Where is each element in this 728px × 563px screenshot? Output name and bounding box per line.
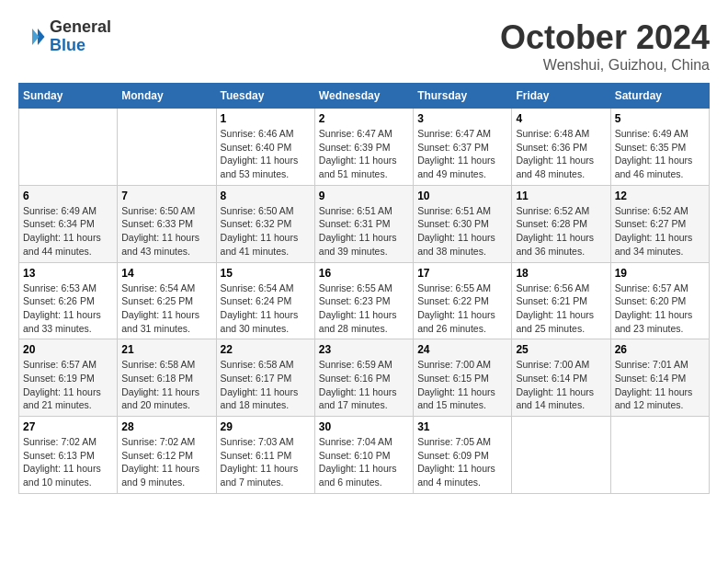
day-detail: Sunrise: 6:49 AM Sunset: 6:34 PM Dayligh…	[23, 204, 113, 259]
calendar-cell: 7Sunrise: 6:50 AM Sunset: 6:33 PM Daylig…	[118, 185, 216, 262]
day-detail: Sunrise: 7:04 AM Sunset: 6:10 PM Dayligh…	[319, 435, 409, 489]
calendar-week-row: 20Sunrise: 6:57 AM Sunset: 6:19 PM Dayli…	[19, 339, 710, 417]
day-number: 3	[417, 112, 507, 125]
day-number: 1	[221, 112, 311, 125]
day-detail: Sunrise: 6:58 AM Sunset: 6:17 PM Dayligh…	[221, 358, 311, 412]
day-detail: Sunrise: 7:05 AM Sunset: 6:09 PM Dayligh…	[417, 435, 507, 489]
calendar-cell: 16Sunrise: 6:55 AM Sunset: 6:23 PM Dayli…	[314, 262, 413, 339]
day-detail: Sunrise: 6:51 AM Sunset: 6:30 PM Dayligh…	[417, 204, 507, 259]
title-block: October 2024 Wenshui, Guizhou, China	[500, 18, 710, 74]
calendar-cell: 1Sunrise: 6:46 AM Sunset: 6:40 PM Daylig…	[216, 109, 314, 186]
calendar-cell: 14Sunrise: 6:54 AM Sunset: 6:25 PM Dayli…	[118, 262, 216, 339]
calendar-body: 1Sunrise: 6:46 AM Sunset: 6:40 PM Daylig…	[19, 109, 710, 494]
day-detail: Sunrise: 6:55 AM Sunset: 6:22 PM Dayligh…	[417, 282, 507, 336]
calendar-cell: 28Sunrise: 7:02 AM Sunset: 6:12 PM Dayli…	[118, 417, 216, 494]
calendar-cell: 27Sunrise: 7:02 AM Sunset: 6:13 PM Dayli…	[19, 417, 118, 494]
day-number: 14	[121, 267, 211, 280]
day-number: 21	[121, 343, 211, 356]
calendar-cell	[512, 417, 610, 494]
day-detail: Sunrise: 6:46 AM Sunset: 6:40 PM Dayligh…	[221, 127, 311, 181]
day-detail: Sunrise: 6:55 AM Sunset: 6:23 PM Dayligh…	[319, 282, 409, 336]
day-number: 23	[319, 343, 409, 356]
day-detail: Sunrise: 7:00 AM Sunset: 6:14 PM Dayligh…	[516, 358, 606, 412]
calendar-cell: 2Sunrise: 6:47 AM Sunset: 6:39 PM Daylig…	[314, 109, 413, 186]
logo-general-text: General	[50, 18, 111, 37]
day-detail: Sunrise: 7:02 AM Sunset: 6:12 PM Dayligh…	[121, 435, 211, 489]
day-number: 25	[516, 343, 606, 356]
day-detail: Sunrise: 6:57 AM Sunset: 6:19 PM Dayligh…	[23, 358, 113, 412]
calendar-week-row: 27Sunrise: 7:02 AM Sunset: 6:13 PM Dayli…	[19, 417, 710, 494]
day-detail: Sunrise: 6:56 AM Sunset: 6:21 PM Dayligh…	[516, 282, 606, 336]
calendar-cell: 30Sunrise: 7:04 AM Sunset: 6:10 PM Dayli…	[314, 417, 413, 494]
day-number: 26	[615, 343, 705, 356]
calendar-cell	[610, 417, 709, 494]
calendar-cell: 13Sunrise: 6:53 AM Sunset: 6:26 PM Dayli…	[19, 262, 118, 339]
day-number: 27	[23, 420, 113, 433]
weekday-header: Wednesday	[314, 84, 413, 109]
calendar-cell: 8Sunrise: 6:50 AM Sunset: 6:32 PM Daylig…	[216, 185, 314, 262]
day-detail: Sunrise: 7:03 AM Sunset: 6:11 PM Dayligh…	[221, 435, 311, 489]
day-detail: Sunrise: 6:47 AM Sunset: 6:39 PM Dayligh…	[319, 127, 409, 181]
day-detail: Sunrise: 7:00 AM Sunset: 6:15 PM Dayligh…	[417, 358, 507, 412]
calendar-cell: 9Sunrise: 6:51 AM Sunset: 6:31 PM Daylig…	[314, 185, 413, 262]
weekday-header: Monday	[118, 84, 216, 109]
calendar-cell: 12Sunrise: 6:52 AM Sunset: 6:27 PM Dayli…	[610, 185, 709, 262]
day-number: 4	[516, 112, 606, 125]
day-number: 30	[319, 420, 409, 433]
weekday-header: Friday	[512, 84, 610, 109]
day-number: 17	[417, 267, 507, 280]
calendar-cell: 4Sunrise: 6:48 AM Sunset: 6:36 PM Daylig…	[512, 109, 610, 186]
calendar-cell: 24Sunrise: 7:00 AM Sunset: 6:15 PM Dayli…	[414, 339, 512, 417]
calendar-cell: 10Sunrise: 6:51 AM Sunset: 6:30 PM Dayli…	[414, 185, 512, 262]
page-header: General Blue October 2024 Wenshui, Guizh…	[18, 18, 710, 74]
calendar-cell: 18Sunrise: 6:56 AM Sunset: 6:21 PM Dayli…	[512, 262, 610, 339]
calendar-cell: 15Sunrise: 6:54 AM Sunset: 6:24 PM Dayli…	[216, 262, 314, 339]
day-detail: Sunrise: 7:02 AM Sunset: 6:13 PM Dayligh…	[23, 435, 113, 489]
logo-blue-text: Blue	[50, 37, 111, 55]
day-number: 12	[615, 190, 705, 202]
calendar-cell	[19, 109, 118, 186]
day-detail: Sunrise: 6:54 AM Sunset: 6:24 PM Dayligh…	[221, 282, 311, 336]
day-detail: Sunrise: 6:49 AM Sunset: 6:35 PM Dayligh…	[615, 127, 705, 181]
day-detail: Sunrise: 6:57 AM Sunset: 6:20 PM Dayligh…	[615, 282, 705, 336]
day-number: 6	[23, 190, 113, 202]
day-number: 8	[221, 190, 311, 202]
day-number: 5	[615, 112, 705, 125]
day-detail: Sunrise: 6:50 AM Sunset: 6:33 PM Dayligh…	[121, 204, 211, 259]
calendar-cell: 19Sunrise: 6:57 AM Sunset: 6:20 PM Dayli…	[610, 262, 709, 339]
day-number: 16	[319, 267, 409, 280]
day-detail: Sunrise: 6:52 AM Sunset: 6:27 PM Dayligh…	[615, 204, 705, 259]
day-detail: Sunrise: 6:52 AM Sunset: 6:28 PM Dayligh…	[516, 204, 606, 259]
calendar-cell: 6Sunrise: 6:49 AM Sunset: 6:34 PM Daylig…	[19, 185, 118, 262]
calendar-table: SundayMondayTuesdayWednesdayThursdayFrid…	[18, 83, 710, 494]
day-number: 29	[221, 420, 311, 433]
day-number: 10	[417, 190, 507, 202]
calendar-cell: 25Sunrise: 7:00 AM Sunset: 6:14 PM Dayli…	[512, 339, 610, 417]
calendar-cell: 20Sunrise: 6:57 AM Sunset: 6:19 PM Dayli…	[19, 339, 118, 417]
day-detail: Sunrise: 6:51 AM Sunset: 6:31 PM Dayligh…	[319, 204, 409, 259]
calendar-cell: 22Sunrise: 6:58 AM Sunset: 6:17 PM Dayli…	[216, 339, 314, 417]
day-number: 9	[319, 190, 409, 202]
calendar-week-row: 1Sunrise: 6:46 AM Sunset: 6:40 PM Daylig…	[19, 109, 710, 186]
calendar-cell: 3Sunrise: 6:47 AM Sunset: 6:37 PM Daylig…	[414, 109, 512, 186]
calendar-cell: 17Sunrise: 6:55 AM Sunset: 6:22 PM Dayli…	[414, 262, 512, 339]
location: Wenshui, Guizhou, China	[500, 57, 710, 74]
day-number: 31	[417, 420, 507, 433]
logo-icon	[18, 23, 46, 51]
weekday-header: Sunday	[19, 84, 118, 109]
calendar-week-row: 13Sunrise: 6:53 AM Sunset: 6:26 PM Dayli…	[19, 262, 710, 339]
weekday-header: Tuesday	[216, 84, 314, 109]
day-detail: Sunrise: 6:50 AM Sunset: 6:32 PM Dayligh…	[221, 204, 311, 259]
day-number: 22	[221, 343, 311, 356]
day-number: 2	[319, 112, 409, 125]
logo-text: General Blue	[50, 18, 111, 55]
day-detail: Sunrise: 7:01 AM Sunset: 6:14 PM Dayligh…	[615, 358, 705, 412]
month-title: October 2024	[500, 18, 710, 57]
day-number: 24	[417, 343, 507, 356]
day-number: 28	[121, 420, 211, 433]
day-number: 20	[23, 343, 113, 356]
day-detail: Sunrise: 6:58 AM Sunset: 6:18 PM Dayligh…	[121, 358, 211, 412]
calendar-cell: 21Sunrise: 6:58 AM Sunset: 6:18 PM Dayli…	[118, 339, 216, 417]
calendar-header: SundayMondayTuesdayWednesdayThursdayFrid…	[19, 84, 710, 109]
calendar-cell: 11Sunrise: 6:52 AM Sunset: 6:28 PM Dayli…	[512, 185, 610, 262]
